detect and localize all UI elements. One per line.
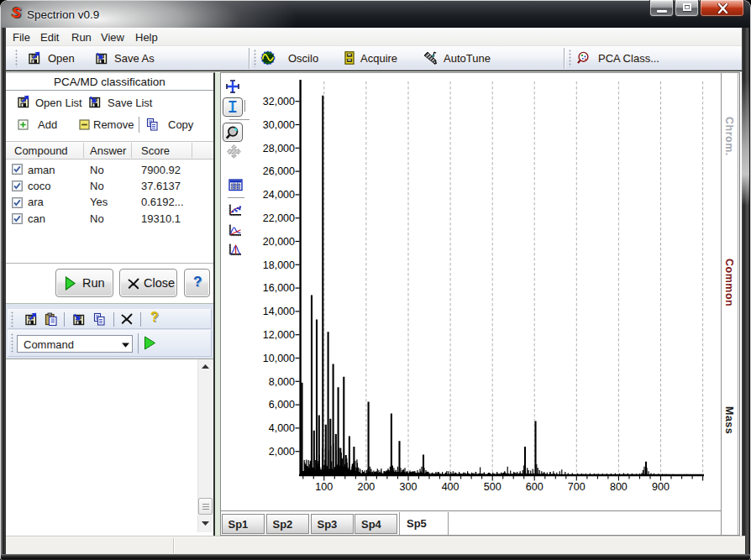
svg-text:28,000: 28,000 <box>263 143 295 154</box>
svg-text:800: 800 <box>610 481 628 493</box>
svg-text:700: 700 <box>568 481 586 493</box>
svg-text:900: 900 <box>652 481 670 493</box>
svg-text:200: 200 <box>357 481 375 493</box>
svg-text:10,000: 10,000 <box>263 353 295 364</box>
svg-text:2,000: 2,000 <box>269 446 295 458</box>
svg-text:600: 600 <box>526 481 544 493</box>
svg-text:24,000: 24,000 <box>263 189 295 201</box>
svg-text:18,000: 18,000 <box>263 259 295 271</box>
svg-text:26,000: 26,000 <box>263 165 295 177</box>
svg-text:8,000: 8,000 <box>269 376 295 388</box>
svg-text:30,000: 30,000 <box>263 119 295 131</box>
svg-text:300: 300 <box>400 481 418 493</box>
svg-text:20,000: 20,000 <box>263 236 295 248</box>
svg-text:100: 100 <box>315 481 333 493</box>
svg-text:500: 500 <box>484 481 502 493</box>
svg-text:4,000: 4,000 <box>269 422 295 434</box>
svg-text:32,000: 32,000 <box>263 96 295 107</box>
svg-text:12,000: 12,000 <box>263 329 295 341</box>
svg-text:14,000: 14,000 <box>263 306 295 317</box>
svg-text:22,000: 22,000 <box>263 212 295 224</box>
svg-text:16,000: 16,000 <box>263 282 295 294</box>
svg-text:400: 400 <box>442 481 460 493</box>
svg-text:6,000: 6,000 <box>269 399 295 411</box>
